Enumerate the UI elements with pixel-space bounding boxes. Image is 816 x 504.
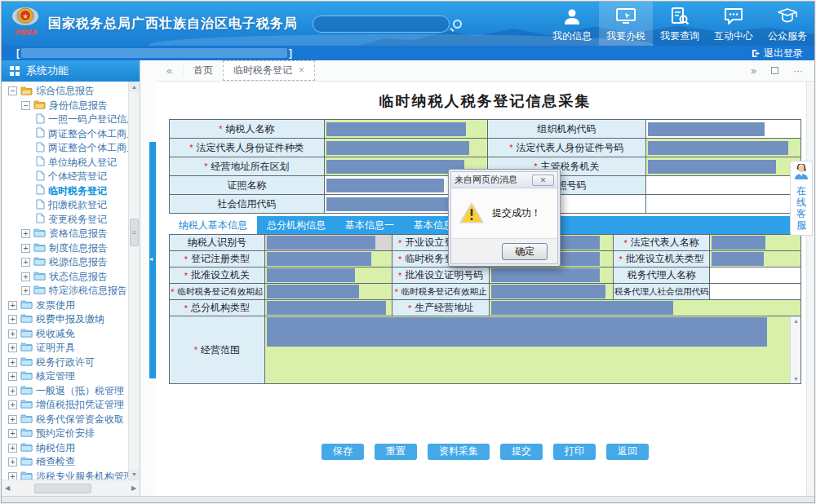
- expand-icon[interactable]: +: [21, 244, 30, 253]
- sidebar-item-核定管理[interactable]: +核定管理: [2, 369, 128, 384]
- license-number-field[interactable]: [646, 176, 801, 195]
- search-input[interactable]: [313, 18, 453, 29]
- section-tab-总分机构信息[interactable]: 总分机构信息: [257, 216, 335, 234]
- sidebar-horizontal-scrollbar[interactable]: ◀ ▶: [2, 480, 140, 496]
- approval-cert-number-field[interactable]: [490, 267, 614, 284]
- 重置-button[interactable]: 重置: [375, 444, 417, 460]
- sidebar-item-税费申报及缴纳[interactable]: +税费申报及缴纳: [2, 312, 128, 327]
- dialog-close-button[interactable]: ✕: [532, 175, 554, 186]
- sidebar-item-税务代保管资金收取[interactable]: +税务代保管资金收取: [2, 413, 128, 427]
- legal-rep-id-type-field[interactable]: [325, 139, 488, 157]
- sidebar-item-发票使用[interactable]: +发票使用: [2, 298, 128, 313]
- tab-home[interactable]: 首页: [184, 60, 223, 81]
- sidebar-item-税收减免[interactable]: +税收减免: [2, 327, 128, 342]
- collapse-sidebar-handle[interactable]: [149, 142, 156, 378]
- sidebar-item-综合信息报告[interactable]: −综合信息报告: [2, 84, 128, 99]
- scroll-right-icon[interactable]: ▶: [128, 484, 140, 492]
- tax-agent-credit-code-field[interactable]: [710, 284, 801, 300]
- sidebar-item-资格信息报告[interactable]: +资格信息报告: [2, 227, 128, 241]
- scroll-left-icon[interactable]: ◀: [2, 484, 13, 492]
- content-scrollbar[interactable]: [806, 82, 814, 496]
- approval-authority-field[interactable]: [265, 267, 392, 284]
- tabs-scroll-right-icon[interactable]: »: [751, 65, 756, 77]
- expand-icon[interactable]: +: [8, 372, 17, 381]
- sidebar-item-两证整合个体工商户登记信息确认[interactable]: 两证整合个体工商户登记信息确认: [2, 127, 128, 142]
- online-service-widget[interactable]: 在线 客服: [790, 161, 813, 236]
- sidebar-item-证明开具[interactable]: +证明开具: [2, 341, 128, 356]
- nav-item-我要办税[interactable]: 我要办税: [599, 2, 653, 46]
- tax-agent-name-field[interactable]: [710, 267, 801, 284]
- close-tab-icon[interactable]: ×: [299, 60, 304, 81]
- tab-temporary-tax-registration[interactable]: 临时税务登记 ×: [223, 60, 315, 81]
- approval-authority-type-field[interactable]: [710, 251, 801, 267]
- temp-reg-valid-to-field[interactable]: [490, 284, 614, 300]
- expand-icon[interactable]: +: [8, 472, 17, 480]
- 资料采集-button[interactable]: 资料采集: [428, 444, 490, 460]
- more-tabs-icon[interactable]: ···: [793, 65, 803, 77]
- collapse-tabs-button[interactable]: «: [156, 64, 184, 77]
- search-icon[interactable]: [453, 20, 462, 29]
- 保存-button[interactable]: 保存: [322, 444, 364, 460]
- org-code-field[interactable]: [646, 120, 801, 139]
- expand-icon[interactable]: +: [8, 415, 17, 424]
- sidebar-item-个体经营登记[interactable]: 个体经营登记: [2, 170, 128, 184]
- sidebar-item-两证整合个体工商户信息变更[interactable]: 两证整合个体工商户信息变更: [2, 141, 128, 156]
- sidebar-header[interactable]: 系统功能: [2, 60, 140, 82]
- nav-item-互动中心[interactable]: 互动中心: [707, 2, 761, 46]
- sidebar-item-身份信息报告[interactable]: −身份信息报告: [2, 99, 128, 113]
- sidebar-item-临时税务登记[interactable]: 临时税务登记: [2, 184, 128, 199]
- scrollbar-thumb[interactable]: [34, 484, 91, 493]
- business-scope-textarea[interactable]: ▲▼: [265, 316, 801, 384]
- nav-item-我要查询[interactable]: 我要查询: [653, 2, 707, 46]
- sidebar-item-涉税专业服务机构管理[interactable]: +涉税专业服务机构管理: [2, 470, 128, 480]
- production-address-field[interactable]: [490, 300, 801, 316]
- expand-icon[interactable]: +: [8, 429, 17, 438]
- dialog-ok-button[interactable]: 确定: [502, 243, 548, 260]
- expand-icon[interactable]: +: [21, 258, 30, 267]
- nav-item-公众服务[interactable]: 公众服务: [761, 2, 814, 46]
- expand-icon[interactable]: +: [8, 343, 17, 352]
- sidebar-item-增值税抵扣凭证管理[interactable]: +增值税抵扣凭证管理: [2, 398, 128, 413]
- sidebar-item-一照一码户登记信息确认[interactable]: 一照一码户登记信息确认: [2, 113, 128, 127]
- sidebar-item-稽查检查[interactable]: +稽查检查: [2, 455, 128, 470]
- sidebar-item-扣缴税款登记[interactable]: 扣缴税款登记: [2, 198, 128, 213]
- temp-reg-valid-from-field[interactable]: [265, 284, 392, 300]
- legal-rep-id-number-field[interactable]: [646, 139, 801, 157]
- sidebar-item-制度信息报告[interactable]: +制度信息报告: [2, 241, 128, 256]
- sidebar-item-状态信息报告[interactable]: +状态信息报告: [2, 270, 128, 285]
- sidebar-item-单位纳税人登记[interactable]: 单位纳税人登记: [2, 156, 128, 170]
- logout-button[interactable]: 退出登录: [752, 46, 803, 60]
- 返回-button[interactable]: 返回: [606, 444, 649, 460]
- sidebar-item-特定涉税信息报告[interactable]: +特定涉税信息报告: [2, 284, 128, 298]
- expand-icon[interactable]: +: [8, 400, 17, 409]
- expand-icon[interactable]: +: [8, 329, 17, 338]
- 打印-button[interactable]: 打印: [553, 444, 596, 460]
- sidebar-item-变更税务登记[interactable]: 变更税务登记: [2, 213, 128, 228]
- sidebar-item-纳税信用[interactable]: +纳税信用: [2, 441, 128, 456]
- sidebar-item-预约定价安排[interactable]: +预约定价安排: [2, 427, 128, 441]
- expand-icon[interactable]: +: [21, 229, 30, 238]
- section-tab-基本信息一[interactable]: 基本信息一: [335, 216, 404, 234]
- textarea-scrollbar[interactable]: ▲▼: [790, 316, 800, 383]
- collapse-icon[interactable]: −: [8, 86, 17, 95]
- legal-rep-name-field[interactable]: [710, 235, 801, 251]
- expand-icon[interactable]: +: [8, 301, 17, 310]
- 提交-button[interactable]: 提交: [500, 444, 543, 460]
- sidebar-item-税务行政许可[interactable]: +税务行政许可: [2, 356, 128, 370]
- scroll-up-icon[interactable]: ▲: [129, 82, 140, 92]
- scrollbar-thumb[interactable]: [130, 219, 139, 246]
- registration-type-field[interactable]: [265, 251, 392, 267]
- expand-icon[interactable]: +: [21, 272, 30, 281]
- expand-icon[interactable]: +: [21, 286, 30, 295]
- expand-icon[interactable]: +: [8, 358, 17, 367]
- expand-icon[interactable]: +: [8, 444, 17, 453]
- scroll-down-icon[interactable]: ▼: [129, 469, 140, 480]
- maximize-icon[interactable]: [771, 67, 778, 74]
- sidebar-item-税源信息报告[interactable]: +税源信息报告: [2, 255, 128, 270]
- section-tab-纳税人基本信息[interactable]: 纳税人基本信息: [169, 216, 257, 234]
- tax-authority-field[interactable]: [646, 157, 801, 176]
- branch-type-field[interactable]: [265, 300, 392, 316]
- sidebar-item-一般退（抵）税管理[interactable]: +一般退（抵）税管理: [2, 384, 128, 399]
- expand-icon[interactable]: +: [8, 315, 17, 324]
- dialog-titlebar[interactable]: 来自网页的消息 ✕: [451, 172, 557, 188]
